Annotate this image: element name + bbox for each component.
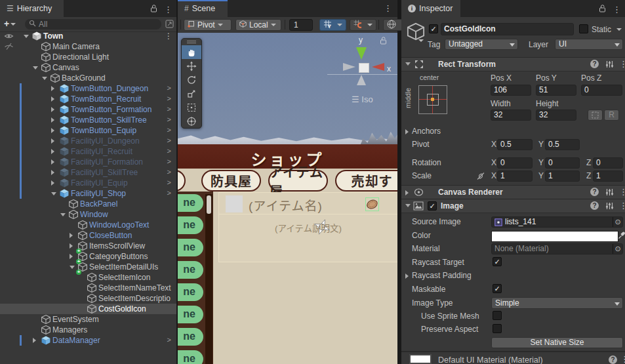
hierarchy-row-facilityui-skilltree[interactable]: FacilityUI_SkillTree> xyxy=(0,167,176,178)
cost-gold-icon-selection-outline[interactable] xyxy=(365,197,379,211)
layer-dropdown[interactable]: UI xyxy=(555,39,623,50)
hierarchy-row-closebutton[interactable]: CloseButton xyxy=(0,230,176,241)
anchors-foldout-icon[interactable] xyxy=(405,129,409,134)
foldout-closed-icon[interactable] xyxy=(70,254,73,259)
hierarchy-row-facilityui-shop[interactable]: FacilityUI_Shop> xyxy=(0,188,176,199)
pos-z-field[interactable]: 0 xyxy=(581,85,622,96)
camera-settings-button[interactable] xyxy=(383,19,403,31)
gizmo-lock-icon[interactable] xyxy=(380,36,387,47)
foldout-closed-icon[interactable] xyxy=(51,96,54,102)
hierarchy-row-windowlogotext[interactable]: WindowLogoText xyxy=(0,220,176,230)
foldout-closed-icon[interactable] xyxy=(51,159,54,165)
component-menu-icon[interactable]: ⋮ xyxy=(619,60,625,68)
height-field[interactable]: 32 xyxy=(536,110,576,121)
shop-scrollbar-handle[interactable] xyxy=(207,195,211,214)
raycast-padding-foldout-icon[interactable] xyxy=(405,273,409,279)
foldout-closed-icon[interactable] xyxy=(51,107,54,112)
pos-x-field[interactable]: 106 xyxy=(491,85,531,96)
tab-inspector[interactable]: i Inspector xyxy=(401,0,460,17)
shop-item-button[interactable]: ne xyxy=(178,194,203,212)
gizmo-y-axis-cone[interactable] xyxy=(356,47,367,60)
presets-icon[interactable] xyxy=(605,188,614,198)
prefab-open-chevron[interactable]: > xyxy=(167,84,171,92)
hierarchy-row-window[interactable]: Window xyxy=(0,209,176,220)
canvas-renderer-header[interactable]: Canvas Renderer ? ⋮ xyxy=(401,185,625,199)
foldout-open-icon[interactable] xyxy=(42,77,47,80)
pivot-mode-dropdown[interactable]: Pivot xyxy=(184,19,232,31)
presets-icon[interactable] xyxy=(605,60,614,70)
hierarchy-row-itemsscrollview[interactable]: +ItemsScrollView xyxy=(0,241,176,251)
static-checkbox[interactable] xyxy=(579,24,588,33)
scale-z-field[interactable]: 1 xyxy=(593,171,623,182)
hierarchy-row-townbutton-skilltree[interactable]: TownButton_SkillTree> xyxy=(0,115,176,125)
link-scale-icon[interactable] xyxy=(476,172,485,182)
prefab-open-chevron[interactable]: > xyxy=(167,105,171,113)
scene-viewport[interactable]: ショップ 防具屋 アイテム屋 売却す (アイテム名) (アイテム説明文) nen… xyxy=(178,33,397,364)
shop-item-button[interactable]: ne xyxy=(178,216,203,234)
grid-visibility-button[interactable]: Y xyxy=(319,19,346,31)
foldout-closed-icon[interactable] xyxy=(51,128,54,133)
set-native-size-button[interactable]: Set Native Size xyxy=(491,337,623,348)
grid-snap-button[interactable] xyxy=(350,19,376,31)
hierarchy-row-categorybuttons[interactable]: +CategoryButtons xyxy=(0,251,176,262)
foldout-open-icon[interactable] xyxy=(70,266,75,269)
shop-tab-sell[interactable]: 売却す xyxy=(335,170,397,192)
foldout-closed-icon[interactable] xyxy=(70,233,73,238)
blueprint-mode-button[interactable] xyxy=(588,110,603,121)
shop-item-button[interactable]: ne xyxy=(178,328,203,346)
object-picker-icon[interactable]: ⊙ xyxy=(613,217,622,227)
grid-size-field[interactable]: 1 xyxy=(289,19,313,31)
eyedropper-icon[interactable] xyxy=(618,231,625,241)
shop-scrollbar-track[interactable] xyxy=(205,194,212,364)
hierarchy-row-eventsystem[interactable]: EventSystem xyxy=(0,314,176,325)
material-menu-icon[interactable]: ⋮ xyxy=(620,355,625,363)
hierarchy-row-backpanel[interactable]: BackPanel xyxy=(0,199,176,209)
raycast-target-checkbox[interactable] xyxy=(493,257,502,266)
move-tool-button[interactable] xyxy=(182,59,201,73)
palette-drag-handle[interactable] xyxy=(182,39,201,45)
hierarchy-row-facilityui-formation[interactable]: FacilityUI_Formation> xyxy=(0,157,176,167)
hierarchy-row-selectitemdetailuis[interactable]: +SelectItemDetailUIs xyxy=(0,262,176,272)
icon-picker-chevron[interactable] xyxy=(418,39,424,42)
gizmo-projection-label[interactable]: ☰ Iso xyxy=(352,94,373,104)
foldout-closed-icon[interactable] xyxy=(51,138,54,144)
raw-edit-button[interactable]: R xyxy=(604,110,619,121)
shop-item-button[interactable]: ne xyxy=(178,283,203,301)
hierarchy-row-costgoldicon[interactable]: CostGoldIcon xyxy=(0,304,176,314)
shop-item-button[interactable]: ne xyxy=(178,350,203,364)
foldout-closed-icon[interactable] xyxy=(51,86,54,91)
shop-item-button[interactable]: ne xyxy=(178,261,203,279)
scale-x-field[interactable]: 1 xyxy=(497,171,533,182)
foldout-open-icon[interactable] xyxy=(24,35,29,38)
help-icon[interactable]: ? xyxy=(590,201,599,210)
handle-rotation-dropdown[interactable]: Local xyxy=(235,19,281,31)
foldout-open-icon[interactable] xyxy=(51,192,56,195)
prefab-open-chevron[interactable]: > xyxy=(167,168,171,176)
prefab-open-chevron[interactable]: > xyxy=(167,115,171,123)
visibility-eye-off-icon[interactable] xyxy=(4,43,14,52)
foldout-open-icon[interactable] xyxy=(33,66,38,70)
presets-icon[interactable] xyxy=(605,202,614,212)
gameobject-active-checkbox[interactable] xyxy=(429,24,438,33)
shop-tab-armor[interactable]: 防具屋 xyxy=(201,170,261,192)
hierarchy-row-townbutton-dungeon[interactable]: TownButton_Dungeon> xyxy=(0,83,176,94)
component-menu-icon[interactable]: ⋮ xyxy=(619,201,625,210)
prefab-open-chevron[interactable]: > xyxy=(167,136,171,144)
hierarchy-row-town[interactable]: Town⋮ xyxy=(0,31,176,41)
prefab-open-chevron[interactable]: > xyxy=(167,157,171,165)
help-icon[interactable]: ? xyxy=(590,60,599,68)
color-swatch[interactable] xyxy=(491,231,618,242)
hierarchy-row-managers[interactable]: Managers xyxy=(0,325,176,335)
foldout-closed-icon[interactable] xyxy=(70,243,73,249)
material-preview-thumbnail[interactable] xyxy=(409,354,432,364)
component-menu-icon[interactable]: ⋮ xyxy=(619,188,625,196)
foldout-closed-icon[interactable] xyxy=(33,338,36,343)
hierarchy-row-townbutton-recruit[interactable]: TownButton_Recruit> xyxy=(0,94,176,104)
gameobject-name-field[interactable]: CostGoldIcon xyxy=(441,23,574,35)
foldout-closed-icon[interactable] xyxy=(51,117,54,123)
foldout-closed-icon[interactable] xyxy=(51,170,54,175)
hierarchy-row-canvas[interactable]: Canvas xyxy=(0,62,176,73)
image-header[interactable]: Image ? ⋮ xyxy=(401,199,625,213)
gizmo-neg-x-axis-cone[interactable] xyxy=(343,63,355,71)
prefab-open-chevron[interactable]: > xyxy=(167,178,171,186)
